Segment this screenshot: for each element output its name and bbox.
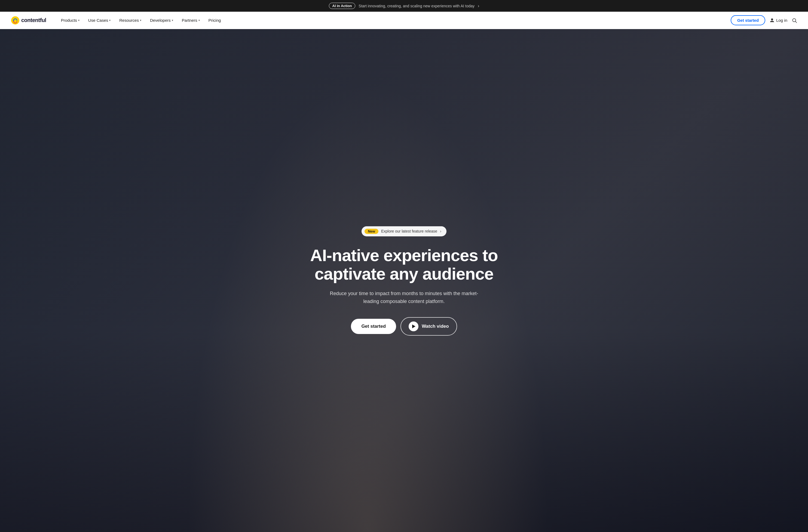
play-icon [409,322,418,331]
nav-actions: Get started Log in [731,15,797,25]
top-banner: AI in Action Start innovating, creating,… [0,0,808,12]
hero-title: AI-native experiences to captivate any a… [310,246,498,283]
hero-watch-video-button[interactable]: Watch video [401,317,457,336]
get-started-nav-button[interactable]: Get started [731,15,765,25]
svg-point-2 [13,21,14,22]
nav-item-pricing[interactable]: Pricing [205,16,225,25]
search-button[interactable] [792,18,797,23]
nav-item-use-cases[interactable]: Use Cases ▾ [85,16,114,25]
new-feature-badge[interactable]: New Explore our latest feature release › [362,226,446,236]
login-icon [770,18,774,23]
navbar: contentful Products ▾ Use Cases ▾ Resour… [0,12,808,29]
banner-arrow: › [478,3,479,8]
feature-badge-text: Explore our latest feature release [381,229,437,233]
logo-icon [11,16,20,25]
nav-item-products[interactable]: Products ▾ [57,16,83,25]
svg-line-4 [795,21,797,23]
hero-get-started-button[interactable]: Get started [351,319,396,334]
chevron-down-icon: ▾ [78,19,79,22]
logo-text: contentful [21,17,46,23]
login-link[interactable]: Log in [770,18,787,23]
svg-point-1 [13,20,14,21]
hero-content: New Explore our latest feature release ›… [305,226,503,336]
hero-buttons: Get started Watch video [351,317,457,336]
hero-section: New Explore our latest feature release ›… [0,29,808,532]
logo-link[interactable]: contentful [11,16,46,25]
chevron-down-icon: ▾ [199,19,200,22]
play-triangle [412,324,416,328]
nav-item-resources[interactable]: Resources ▾ [115,16,145,25]
search-icon [792,18,797,23]
chevron-down-icon: ▾ [140,19,141,22]
feature-badge-arrow: › [440,229,441,233]
hero-subtitle: Reduce your time to impact from months t… [325,290,483,305]
chevron-down-icon: ▾ [172,19,173,22]
nav-item-developers[interactable]: Developers ▾ [146,16,177,25]
banner-text: Start innovating, creating, and scaling … [359,4,475,8]
chevron-down-icon: ▾ [109,19,111,22]
nav-links: Products ▾ Use Cases ▾ Resources ▾ Devel… [57,16,731,25]
ai-in-action-badge[interactable]: AI in Action [329,3,355,9]
nav-item-partners[interactable]: Partners ▾ [178,16,204,25]
new-label: New [365,229,379,234]
